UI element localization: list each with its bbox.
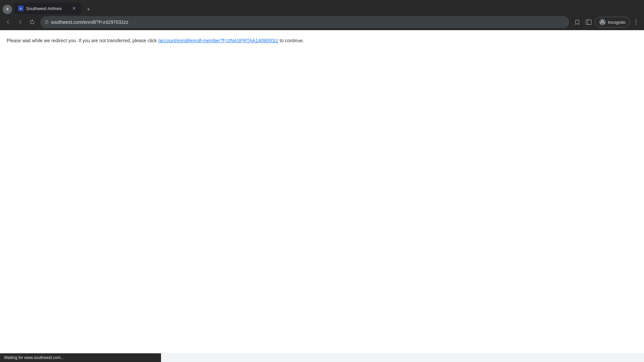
svg-text:✈: ✈ <box>19 7 22 10</box>
incognito-icon <box>599 19 606 25</box>
svg-rect-2 <box>45 21 48 23</box>
sidebar-button[interactable] <box>583 17 594 27</box>
svg-point-7 <box>636 22 637 23</box>
address-input[interactable] <box>51 19 565 25</box>
toolbar-actions: Incognito <box>572 17 641 27</box>
lock-icon <box>44 19 49 25</box>
svg-rect-3 <box>586 20 591 24</box>
status-bar: Waiting for www.southwest.com... <box>0 353 161 362</box>
browser-chrome: ✈ Southwest Airlines ✕ + <box>0 0 644 30</box>
svg-point-8 <box>636 24 637 25</box>
tab-close-button[interactable]: ✕ <box>71 5 77 11</box>
page-content: Please wait while we redirect you. If yo… <box>0 30 644 353</box>
incognito-button[interactable]: Incognito <box>595 17 630 27</box>
active-tab[interactable]: ✈ Southwest Airlines ✕ <box>14 3 81 14</box>
tab-title: Southwest Airlines <box>26 6 69 11</box>
message-before-link: Please wait while we redirect you. If yo… <box>7 38 158 43</box>
incognito-label: Incognito <box>608 20 626 25</box>
more-button[interactable] <box>631 17 641 27</box>
address-bar-container[interactable] <box>40 16 569 28</box>
refresh-button[interactable] <box>27 17 38 27</box>
redirect-message: Please wait while we redirect you. If yo… <box>7 37 637 44</box>
forward-button[interactable] <box>15 17 25 27</box>
tab-favicon: ✈ <box>18 6 23 11</box>
message-after-link: to continue. <box>278 38 304 43</box>
bookmark-button[interactable] <box>572 17 583 27</box>
svg-point-6 <box>636 20 637 21</box>
tab-bar: ✈ Southwest Airlines ✕ + <box>0 0 644 14</box>
new-tab-button[interactable]: + <box>84 5 93 14</box>
toolbar: Incognito <box>0 14 644 30</box>
status-text: Waiting for www.southwest.com... <box>4 355 64 360</box>
back-button[interactable] <box>3 17 13 27</box>
redirect-link[interactable]: /account/enroll/enroll-member?f=zINASPRT… <box>158 38 278 43</box>
tab-group-button[interactable] <box>3 5 12 14</box>
